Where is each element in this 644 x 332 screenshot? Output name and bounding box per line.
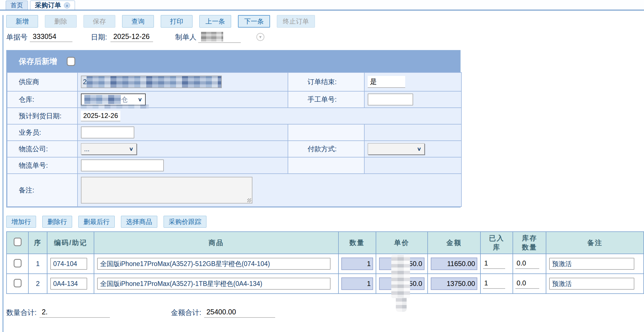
doc-date-label: 日期: <box>91 32 107 42</box>
doc-no-label: 单据号 <box>6 32 28 42</box>
items-table-wrap: 序 编码/助记 商品 数量 单价 金额 已入 库 库存 数量 备注 <box>6 231 644 294</box>
salesman-label: 业务员: <box>7 124 78 141</box>
form-header: 保存后新增 <box>7 51 460 72</box>
delete-row-button[interactable]: 删除行 <box>42 216 72 228</box>
code-input[interactable] <box>50 258 87 270</box>
terminate-order-button: 终止订单 <box>277 15 315 28</box>
table-row: 2 1 13750.0 13750.00 1 0.0 <box>7 274 644 294</box>
items-header-row: 序 编码/助记 商品 数量 单价 金额 已入 库 库存 数量 备注 <box>7 232 644 254</box>
received-cell: 1 <box>483 259 505 269</box>
amount-total-label: 金额合计: <box>171 308 201 317</box>
remark-input[interactable] <box>549 258 634 270</box>
remark-input[interactable] <box>549 278 634 290</box>
row-seq: 2 <box>28 274 47 294</box>
next-button[interactable]: 下一条 <box>238 15 270 28</box>
col-received: 已入 库 <box>480 232 513 254</box>
logistics-no-label: 物流单号: <box>7 157 78 174</box>
chevron-down-icon: ∨ <box>138 97 142 103</box>
warehouse-label: 仓库: <box>7 91 78 108</box>
supplier-label: 供应商 <box>7 72 78 91</box>
supplier-censor-mosaic <box>87 76 221 88</box>
purchase-price-track-button[interactable]: 采购价跟踪 <box>164 216 206 228</box>
save-then-new-label: 保存后新增 <box>19 56 57 67</box>
eta-date-field[interactable]: 2025-12-26 <box>81 111 120 121</box>
doc-maker-field[interactable] <box>198 31 241 43</box>
content-area: 新增 删除 保存 查询 打印 上一条 下一条 终止订单 单据号 333054 日… <box>3 15 644 332</box>
col-product: 商品 <box>94 232 338 254</box>
save-button: 保存 <box>83 15 115 28</box>
product-input[interactable] <box>97 278 331 290</box>
warehouse-visible-suffix: 仓 <box>121 95 128 104</box>
new-button[interactable]: 新增 <box>6 15 38 28</box>
tab-purchase-order[interactable]: 采购订单 ▲ <box>30 1 75 10</box>
row-checkbox[interactable] <box>14 279 22 287</box>
delete-last-row-button[interactable]: 删最后行 <box>78 216 115 228</box>
qty-cell[interactable]: 1 <box>341 258 373 270</box>
tab-collapse-icon[interactable]: ▲ <box>64 2 70 9</box>
supplier-field[interactable]: 2 <box>81 76 222 88</box>
row-action-buttons: 增加行 删除行 删最后行 选择商品 采购价跟踪 <box>6 216 644 228</box>
stock-cell: 0.0 <box>515 259 539 269</box>
empty-cell <box>288 157 364 174</box>
manual-no-input[interactable] <box>368 94 413 105</box>
qty-cell[interactable]: 1 <box>341 277 373 290</box>
delete-button: 删除 <box>45 15 77 28</box>
row-checkbox[interactable] <box>14 259 22 267</box>
amount-cell: 11650.00 <box>431 258 477 270</box>
chevron-down-icon: ∨ <box>417 146 421 152</box>
form-table: 供应商 2 订单结束: 是 仓库: <box>7 72 462 207</box>
col-amount: 金额 <box>428 232 480 254</box>
tab-home-label: 首页 <box>11 1 23 10</box>
doc-maker-label: 制单人 <box>175 32 196 42</box>
doc-date-field[interactable]: 2025-12-26 <box>110 32 153 42</box>
stock-cell: 0.0 <box>515 279 539 289</box>
col-stock: 库存 数量 <box>513 232 546 254</box>
price-censor-mosaic-tail <box>396 298 407 312</box>
remark-label: 备注: <box>7 174 78 207</box>
manual-no-label: 手工单号: <box>288 91 364 108</box>
totals-row: 数量合计: 2. 金额合计: 25400.00 <box>6 307 644 318</box>
received-cell: 1 <box>483 279 505 289</box>
eta-label: 预计到货日期: <box>7 108 78 124</box>
tab-home[interactable]: 首页 <box>6 1 28 10</box>
tab-purchase-order-label: 采购订单 <box>35 1 61 10</box>
qty-total-value: 2. <box>39 307 110 318</box>
salesman-input[interactable] <box>81 126 134 138</box>
table-row: 1 1 11650.0 11650.00 1 0.0 <box>7 254 644 274</box>
col-seq: 序 <box>28 232 47 254</box>
logistics-no-input[interactable] <box>81 159 164 171</box>
remark-textarea[interactable] <box>81 177 252 204</box>
chevron-down-icon: ∨ <box>129 146 133 152</box>
query-button[interactable]: 查询 <box>122 15 154 28</box>
payment-label: 付款方式: <box>288 141 364 157</box>
maker-dropdown-icon[interactable]: ▼ <box>256 33 264 41</box>
order-end-field[interactable]: 是 <box>368 76 405 88</box>
amount-total-value: 25400.00 <box>204 307 275 318</box>
order-form-box: 保存后新增 供应商 2 订单结束: 是 <box>6 50 461 208</box>
payment-select[interactable]: ∨ <box>368 143 425 155</box>
col-remark: 备注 <box>546 232 644 254</box>
supplier-visible-prefix: 2 <box>81 78 87 86</box>
order-end-label: 订单结束: <box>288 72 364 91</box>
select-goods-button[interactable]: 选择商品 <box>121 216 157 228</box>
price-censor-mosaic <box>391 255 410 298</box>
col-price: 单价 <box>376 232 428 254</box>
code-input[interactable] <box>50 278 87 290</box>
items-table: 序 编码/助记 商品 数量 单价 金额 已入 库 库存 数量 备注 <box>6 231 644 294</box>
purchase-order-page: 首页 采购订单 ▲ 新增 删除 保存 查询 打印 上一条 下一条 终止订单 单据… <box>0 0 644 332</box>
warehouse-censor-spill <box>81 105 149 109</box>
col-qty: 数量 <box>338 232 376 254</box>
select-all-checkbox[interactable] <box>14 238 22 246</box>
maker-censor-mosaic <box>201 32 223 42</box>
warehouse-censor-mosaic <box>84 95 121 104</box>
product-input[interactable] <box>97 258 331 270</box>
add-row-button[interactable]: 增加行 <box>6 216 36 228</box>
logistics-co-select[interactable]: ... ∨ <box>81 143 137 155</box>
qty-total-label: 数量合计: <box>6 308 37 317</box>
previous-button[interactable]: 上一条 <box>199 15 231 28</box>
warehouse-select[interactable]: 仓 ∨ <box>81 94 146 105</box>
empty-cell <box>288 124 364 141</box>
save-then-new-checkbox[interactable] <box>67 57 75 66</box>
print-button[interactable]: 打印 <box>161 15 193 28</box>
doc-no-field[interactable]: 333054 <box>30 32 72 42</box>
